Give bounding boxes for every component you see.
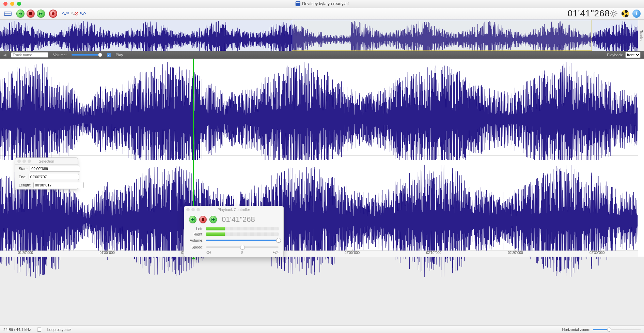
- ruler-tick: 02'30"000: [590, 251, 604, 255]
- play-checkbox[interactable]: ✓: [107, 53, 111, 57]
- track-volume-slider[interactable]: [72, 54, 102, 56]
- pb-volume-label: Volume:: [189, 238, 203, 242]
- ruler-tick: 02'20"000: [508, 251, 523, 255]
- right-meter: [206, 232, 279, 236]
- pb-timecode: 01'41"268: [222, 215, 255, 224]
- track-name-input[interactable]: [11, 52, 48, 58]
- burn-icon[interactable]: [621, 9, 630, 18]
- left-meter-label: Left:: [189, 227, 203, 231]
- pb-title: Playback Controller: [218, 208, 250, 212]
- length-label: Length:: [19, 183, 31, 187]
- hzoom-label: Horizontal zoom:: [562, 328, 590, 332]
- playback-label: Playback:: [607, 53, 623, 57]
- audio-format: 24 Bit / 44.1 kHz: [3, 328, 31, 332]
- overview-waveform[interactable]: Tracks: [0, 20, 644, 51]
- close-button[interactable]: [3, 2, 7, 6]
- pb-stop-button[interactable]: [199, 216, 207, 223]
- transport-group: [16, 10, 45, 18]
- track-strip: ◀ Volume: ✓ Play Playback: front: [0, 51, 644, 59]
- title-text: Devitsey byla ya-ready.aif: [302, 1, 349, 6]
- pb-rewind-button[interactable]: [189, 216, 197, 223]
- overview-selection[interactable]: [292, 20, 592, 51]
- selection-title: Selection: [39, 159, 54, 163]
- scale-mid: 0: [241, 251, 243, 254]
- stop-button[interactable]: [27, 10, 35, 18]
- pb-forward-button[interactable]: [209, 216, 217, 223]
- record-button[interactable]: [49, 10, 57, 18]
- minimize-button[interactable]: [10, 2, 14, 6]
- scale-min: -24: [206, 251, 211, 254]
- select-all-icon[interactable]: [3, 10, 12, 17]
- panel-min-icon[interactable]: [22, 160, 26, 163]
- svg-point-3: [612, 12, 615, 15]
- ruler-tick: 02'10"000: [426, 251, 441, 255]
- statusbar: 24 Bit / 44.1 kHz Loop playback Horizont…: [0, 326, 644, 333]
- wave-right-svg: [0, 160, 638, 282]
- svg-rect-1: [29, 12, 32, 15]
- time-ruler[interactable]: 01'20"00001'30"00001'40"00001'50"00002'0…: [0, 251, 638, 257]
- pb-min-icon[interactable]: [191, 208, 195, 211]
- loop-label: Loop playback: [47, 328, 72, 332]
- start-field[interactable]: [30, 166, 80, 172]
- selection-panel[interactable]: Selection Start: End: Length:: [15, 157, 78, 190]
- hzoom-slider[interactable]: [593, 329, 641, 330]
- window-controls: [3, 2, 21, 6]
- right-meter-label: Right:: [189, 232, 203, 236]
- start-label: Start:: [19, 167, 28, 171]
- ruler-tick: 01'20"000: [18, 251, 33, 255]
- channel-right[interactable]: [0, 160, 638, 257]
- gear-icon[interactable]: [609, 9, 618, 18]
- waveform-disabled-icon[interactable]: [70, 10, 79, 17]
- left-meter: [206, 227, 279, 230]
- svg-rect-6: [202, 218, 204, 221]
- play-label: Play: [116, 53, 123, 57]
- channel-left[interactable]: [0, 59, 638, 156]
- toolbar: 01'41"268 i: [0, 7, 644, 20]
- length-field[interactable]: [33, 182, 84, 188]
- tracks-tab[interactable]: Tracks: [638, 20, 644, 51]
- playback-select[interactable]: front: [625, 52, 641, 58]
- svg-point-5: [624, 12, 627, 15]
- pb-close-icon[interactable]: [186, 208, 190, 211]
- end-label: End:: [19, 175, 27, 179]
- rewind-button[interactable]: [16, 10, 25, 18]
- panel-close-icon[interactable]: [17, 160, 21, 163]
- loop-checkbox[interactable]: [37, 328, 41, 332]
- ruler-tick: 01'30"000: [99, 251, 114, 255]
- panel-max-icon[interactable]: [28, 160, 31, 163]
- pb-volume-slider[interactable]: [206, 240, 279, 241]
- titlebar: Devitsey byla ya-ready.aif: [0, 0, 644, 7]
- info-icon[interactable]: i: [632, 10, 641, 18]
- pb-max-icon[interactable]: [197, 208, 200, 211]
- document-icon: [295, 1, 300, 6]
- main-timecode: 01'41"268: [568, 8, 610, 19]
- playback-controller-panel[interactable]: Playback Controller 01'41"268 Left: Righ…: [184, 206, 284, 257]
- window-title: Devitsey byla ya-ready.aif: [295, 1, 349, 6]
- end-field[interactable]: [29, 174, 79, 180]
- waveform-tool-2-icon[interactable]: [79, 10, 88, 17]
- main-waveform-area[interactable]: 01'20"00001'30"00001'40"00001'50"00002'0…: [0, 59, 644, 257]
- volume-label: Volume:: [53, 53, 67, 57]
- pb-speed-label: Speed:: [189, 245, 203, 249]
- scale-max: +24: [273, 251, 279, 254]
- maximize-button[interactable]: [17, 2, 21, 6]
- ruler-tick: 02'00"000: [345, 251, 360, 255]
- play-button[interactable]: [37, 10, 45, 18]
- pb-speed-slider[interactable]: [206, 246, 279, 248]
- waveform-tool-1-icon[interactable]: [61, 10, 70, 17]
